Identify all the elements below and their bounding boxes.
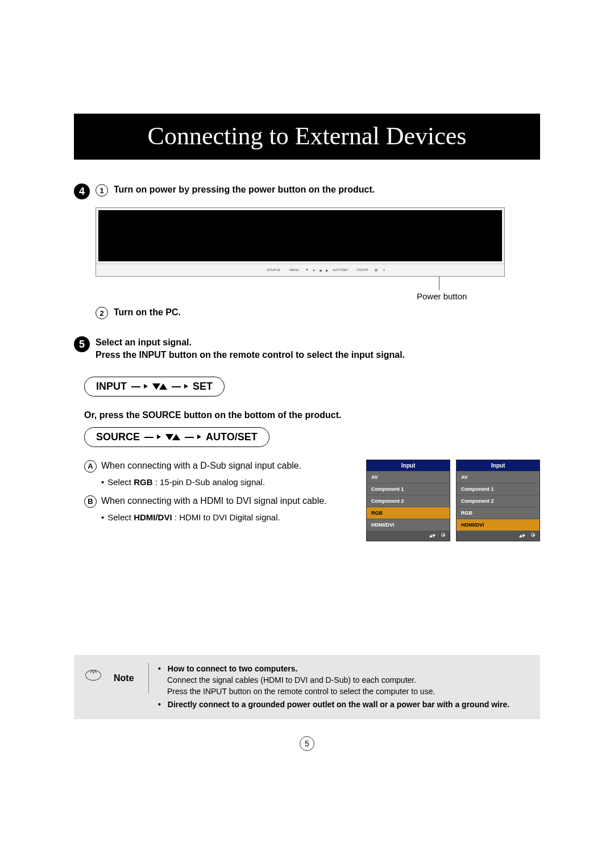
step-4: 4 1 Turn on power by pressing the power … — [74, 183, 540, 199]
monitor-screen — [98, 210, 502, 261]
monitor-btn-autoset: AUTO/SET — [333, 268, 349, 272]
substep-number-1: 1 — [96, 184, 108, 197]
note1-sub1: Connect the signal cables (HDMI to DVI a… — [167, 674, 531, 686]
step-5: 5 Select an input signal. Press the INPU… — [74, 336, 540, 541]
arrow-icon — [185, 431, 194, 443]
step5-line2: Press the INPUT button on the remote con… — [96, 349, 405, 361]
note-block: Note How to connect to two computers. Co… — [74, 655, 540, 719]
arrow-icon — [144, 431, 154, 443]
ab-osd-row: A When connecting with a D-Sub signal in… — [84, 460, 540, 541]
note1-sub2: Press the INPUT button on the remote con… — [167, 686, 531, 697]
option-a-sub: Select RGB : 15-pin D-Sub analog signal. — [101, 477, 355, 487]
callout-line — [439, 277, 439, 290]
monitor-button-bar: SOURCE MENU ▼ ▲ ◀ ▶ AUTO/SET ON/OFF — [96, 264, 504, 276]
b-sub-bold: HDMI/DVI — [134, 512, 172, 522]
arrow-icon — [172, 381, 181, 393]
option-a-badge: A — [84, 460, 97, 473]
power-button-label: Power button — [417, 291, 467, 301]
down-mini-icon — [522, 535, 525, 537]
note-hand-icon — [83, 663, 105, 683]
monitor-btn-down: ▼ — [305, 268, 309, 272]
arrow-icon — [131, 381, 140, 393]
down-mini-icon — [432, 535, 435, 537]
ok-mini-icon — [531, 533, 535, 537]
osd-item-av: AV — [457, 471, 540, 483]
note-body: How to connect to two computers. Connect… — [158, 663, 531, 711]
bullet-icon — [101, 477, 107, 487]
note-bullet-1: How to connect to two computers. Connect… — [158, 663, 531, 698]
osd-screenshots: Input AV Component 1 Component 2 RGB HDM… — [366, 460, 540, 541]
monitor-led-small — [383, 269, 385, 271]
step5-text-block: Select an input signal. Press the INPUT … — [96, 336, 405, 362]
option-b-text: When connecting with a HDMI to DVI signa… — [101, 495, 327, 507]
osd-foot — [367, 531, 450, 541]
osd-item-comp1: Component 1 — [367, 483, 450, 495]
monitor-frame: SOURCE MENU ▼ ▲ ◀ ▶ AUTO/SET ON/OFF — [96, 207, 505, 277]
osd-title: Input — [367, 460, 450, 471]
pill-input-label: INPUT — [96, 381, 127, 393]
osd-panel-a: Input AV Component 1 Component 2 RGB HDM… — [366, 460, 450, 541]
ab-text-block: A When connecting with a D-Sub signal in… — [84, 460, 355, 530]
option-a-line: A When connecting with a D-Sub signal in… — [84, 460, 355, 473]
monitor-diagram: SOURCE MENU ▼ ▲ ◀ ▶ AUTO/SET ON/OFF Powe… — [96, 207, 505, 302]
osd-item-rgb: RGB — [457, 507, 540, 519]
step-number-5: 5 — [74, 336, 90, 352]
page-title: Connecting to External Devices — [74, 122, 540, 151]
page-number-wrap: 5 — [74, 736, 540, 751]
up-icon — [159, 383, 167, 390]
arrowhead-icon — [144, 384, 148, 389]
arrowhead-icon — [157, 435, 161, 439]
option-b-sub: Select HDMI/DVI : HDMI to DVI Digital si… — [101, 512, 355, 522]
pill-source-autoset: SOURCE AUTO/SET — [84, 427, 269, 447]
page-number: 5 — [300, 736, 314, 751]
a-sub-pre: Select — [107, 477, 134, 487]
pill-set-label: SET — [193, 381, 213, 393]
arrowhead-icon — [184, 384, 188, 389]
manual-page: Connecting to External Devices 4 1 Turn … — [0, 0, 614, 785]
step4-sub1-text: Turn on power by pressing the power butt… — [114, 183, 375, 196]
osd-item-comp2: Component 2 — [457, 495, 540, 507]
osd-item-hdmi: HDMI/DVI — [457, 519, 540, 531]
osd-title: Input — [457, 460, 540, 471]
monitor-btn-onoff: ON/OFF — [356, 268, 368, 272]
step5-line1: Select an input signal. — [96, 336, 405, 349]
option-a-text: When connecting with a D-Sub signal inpu… — [101, 460, 301, 472]
note2-bold: Directly connect to a grounded power out… — [168, 700, 509, 709]
option-b-line: B When connecting with a HDMI to DVI sig… — [84, 495, 355, 508]
osd-panel-b: Input AV Component 1 Component 2 RGB HDM… — [456, 460, 540, 541]
up-icon — [172, 434, 180, 440]
monitor-btn-left: ◀ — [319, 268, 322, 272]
pill-autoset-label: AUTO/SET — [206, 431, 258, 443]
osd-item-comp1: Component 1 — [457, 483, 540, 495]
note-bullet-2: Directly connect to a grounded power out… — [158, 699, 531, 710]
bullet-icon — [101, 512, 107, 522]
a-sub-bold: RGB — [134, 477, 152, 487]
note1-bold: How to connect to two computers. — [168, 664, 298, 673]
or-text: Or, press the SOURCE button on the botto… — [84, 410, 540, 420]
pill-source-label: SOURCE — [96, 431, 140, 443]
option-b-badge: B — [84, 495, 97, 508]
osd-item-av: AV — [367, 471, 450, 483]
pill-input-set: INPUT SET — [84, 377, 225, 397]
step4-sub2: 2 Turn on the PC. — [96, 306, 540, 319]
arrowhead-icon — [197, 435, 201, 439]
monitor-power-led — [375, 269, 377, 272]
b-sub-post: : HDMI to DVI Digital signal. — [172, 512, 280, 522]
substep-number-2: 2 — [96, 307, 108, 319]
power-button-callout: Power button — [96, 277, 505, 302]
osd-item-comp2: Component 2 — [367, 495, 450, 507]
monitor-btn-source: SOURCE — [267, 268, 280, 272]
monitor-btn-up: ▲ — [312, 268, 316, 272]
a-sub-post: : 15-pin D-Sub analog signal. — [152, 477, 265, 487]
monitor-btn-menu: MENU — [289, 268, 298, 272]
monitor-btn-right: ▶ — [326, 268, 329, 272]
osd-foot — [457, 531, 540, 541]
osd-item-hdmi: HDMI/DVI — [367, 519, 450, 531]
step4-sub2-text: Turn on the PC. — [114, 306, 181, 319]
page-title-bar: Connecting to External Devices — [74, 114, 540, 160]
step-number-4: 4 — [74, 183, 90, 199]
svg-point-0 — [86, 670, 101, 680]
b-sub-pre: Select — [107, 512, 134, 522]
ok-mini-icon — [441, 533, 445, 537]
note-label: Note — [114, 663, 149, 694]
